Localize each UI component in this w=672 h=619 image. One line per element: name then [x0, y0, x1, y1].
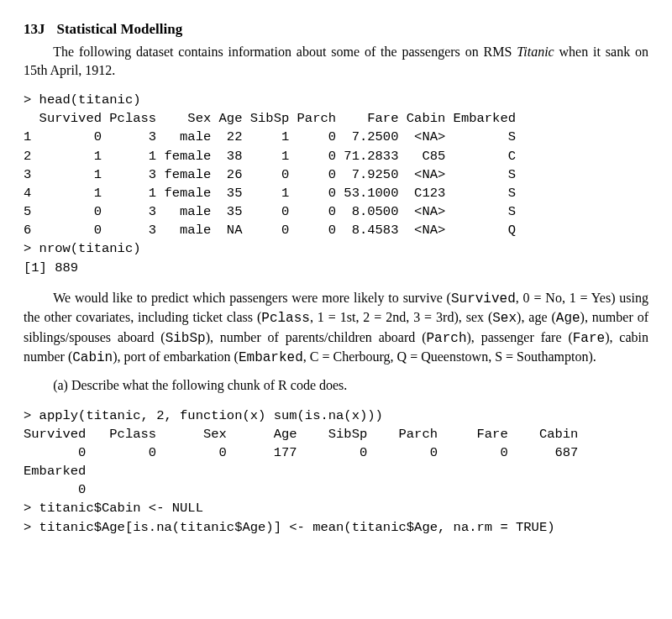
explain-seg6: ), number of parents/children aboard ( — [206, 330, 427, 344]
intro-italic: Titanic — [517, 45, 554, 59]
intro-text-a: The following dataset contains informati… — [53, 45, 512, 59]
part-a: (a) Describe what the following chunk of… — [53, 376, 648, 395]
intro-paragraph: The following dataset contains informati… — [24, 43, 648, 79]
explain-mono2: Pclass — [261, 311, 310, 326]
explain-mono5: SibSp — [165, 331, 206, 346]
explain-seg7: ), passenger fare ( — [467, 330, 573, 344]
code-block-head: > head(titanic) Survived Pclass Sex Age … — [24, 91, 648, 277]
explain-mono3: Sex — [492, 311, 517, 326]
explain-mono7: Fare — [573, 331, 605, 346]
explain-mono1: Survived — [451, 291, 516, 307]
explain-seg10: , C = Cherbourg, Q = Queenstown, S = Sou… — [303, 349, 596, 364]
question-header: 13JStatistical Modelling — [24, 20, 648, 39]
explain-mono9: Embarked — [239, 350, 303, 365]
explain-mono6: Parch — [426, 331, 466, 346]
explain-seg9: ), port of embarkation ( — [113, 349, 239, 364]
question-title: Statistical Modelling — [57, 21, 183, 37]
explain-paragraph: We would like to predict which passenger… — [24, 289, 648, 368]
explain-seg1: We would like to predict which passenger… — [53, 291, 451, 305]
code-block-apply: > apply(titanic, 2, function(x) sum(is.n… — [24, 407, 648, 537]
explain-mono8: Cabin — [72, 350, 113, 365]
explain-mono4: Age — [556, 311, 580, 326]
question-number: 13J — [24, 21, 45, 37]
explain-seg4: ), age ( — [517, 310, 556, 324]
explain-seg3: , 1 = 1st, 2 = 2nd, 3 = 3rd), sex ( — [310, 310, 492, 324]
